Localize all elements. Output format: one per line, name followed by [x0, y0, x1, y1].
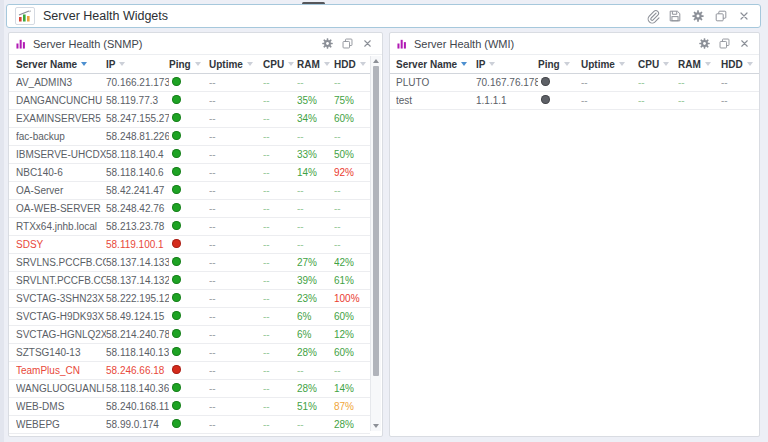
- gear-icon[interactable]: [690, 8, 706, 24]
- column-header-uptime[interactable]: Uptime: [581, 59, 638, 70]
- cpu-value: --: [263, 113, 297, 124]
- table-body: AV_ADMIN370.166.21.173--------DANGANCUNC…: [9, 74, 370, 434]
- table-row[interactable]: WEB-DMS58.240.168.118----51%87%: [9, 398, 370, 416]
- uptime-value: --: [209, 293, 263, 304]
- ram-value: --: [678, 95, 721, 106]
- table-row[interactable]: SRVLNT.PCCFB.COM58.137.14.132----39%61%: [9, 272, 370, 290]
- scroll-up-icon[interactable]: [373, 59, 379, 63]
- column-header-cpu[interactable]: CPU: [638, 59, 678, 70]
- restore-windows-icon[interactable]: [340, 37, 354, 51]
- column-header-ping[interactable]: Ping: [538, 59, 581, 70]
- status-up-icon: [172, 221, 181, 230]
- server-ip: 58.42.241.47: [106, 185, 169, 196]
- column-header-cpu[interactable]: CPU: [263, 59, 297, 70]
- server-ip: 58.248.42.76: [106, 203, 169, 214]
- uptime-value: --: [209, 383, 263, 394]
- column-header-ping[interactable]: Ping: [169, 59, 209, 70]
- save-icon[interactable]: [667, 8, 683, 24]
- server-name: WEBEPG: [16, 419, 106, 430]
- paperclip-icon[interactable]: [644, 8, 660, 24]
- cpu-value: --: [263, 131, 297, 142]
- column-label: Uptime: [209, 59, 243, 70]
- restore-windows-icon[interactable]: [717, 37, 731, 51]
- column-header-hdd[interactable]: HDD: [334, 59, 370, 70]
- uptime-value: --: [209, 329, 263, 340]
- column-header-hdd[interactable]: HDD: [721, 59, 759, 70]
- close-icon[interactable]: [360, 37, 374, 51]
- status-up-icon: [172, 95, 181, 104]
- table-row[interactable]: SVCTAG-H9DK93X58.49.124.15----6%60%: [9, 308, 370, 326]
- status-up-icon: [172, 185, 181, 194]
- uptime-value: --: [209, 239, 263, 250]
- status-down-icon: [172, 239, 181, 248]
- column-header-ip[interactable]: IP: [106, 59, 169, 70]
- table-row[interactable]: OA-WEB-SERVER58.248.42.76--------: [9, 200, 370, 218]
- server-name: OA-WEB-SERVER: [16, 203, 106, 214]
- vertical-scrollbar[interactable]: [370, 56, 381, 431]
- table-header: Server NameIPPingUptimeCPURAMHDD: [390, 55, 759, 74]
- column-header-server-name[interactable]: Server Name: [396, 59, 476, 70]
- column-header-server-name[interactable]: Server Name: [16, 59, 106, 70]
- column-label: IP: [106, 59, 115, 70]
- column-label: Server Name: [16, 59, 77, 70]
- table-row[interactable]: SRVLNS.PCCFB.COM58.137.14.133----27%42%: [9, 254, 370, 272]
- server-ip: 58.137.14.132: [106, 275, 169, 286]
- table-row[interactable]: AV_ADMIN370.166.21.173--------: [9, 74, 370, 92]
- ram-value: 28%: [297, 383, 334, 394]
- ping-cell: [169, 401, 209, 412]
- table-row[interactable]: test1.1.1.1--------: [390, 92, 759, 110]
- table-row[interactable]: WEBEPG58.99.0.174------28%: [9, 416, 370, 434]
- chart-widgets-icon: [15, 7, 35, 25]
- table-row[interactable]: NBC140-658.118.140.6----14%92%: [9, 164, 370, 182]
- status-up-icon: [172, 131, 181, 140]
- table-row[interactable]: SVCTAG-HGNLQ2X58.214.240.78----6%12%: [9, 326, 370, 344]
- column-header-ip[interactable]: IP: [476, 59, 538, 70]
- uptime-value: --: [209, 311, 263, 322]
- hdd-value: --: [721, 77, 759, 88]
- gear-icon[interactable]: [320, 37, 334, 51]
- sort-icon: [747, 62, 753, 66]
- table-row[interactable]: OA-Server58.42.241.47--------: [9, 182, 370, 200]
- hdd-value: 12%: [334, 329, 370, 340]
- table-row[interactable]: SVCTAG-3SHN23X58.222.195.123----23%100%: [9, 290, 370, 308]
- column-header-ram[interactable]: RAM: [297, 59, 334, 70]
- ping-cell: [169, 293, 209, 304]
- ping-cell: [169, 275, 209, 286]
- column-header-ram[interactable]: RAM: [678, 59, 721, 70]
- scrollbar-thumb[interactable]: [373, 66, 379, 376]
- table-row[interactable]: fac-backup58.248.81.226--------: [9, 128, 370, 146]
- column-header-uptime[interactable]: Uptime: [209, 59, 263, 70]
- gear-icon[interactable]: [697, 37, 711, 51]
- status-up-icon: [172, 167, 181, 176]
- ping-cell: [169, 347, 209, 358]
- uptime-value: --: [209, 167, 263, 178]
- close-icon[interactable]: [737, 37, 751, 51]
- table-row[interactable]: SDSY58.119.100.1--------: [9, 236, 370, 254]
- server-name: AV_ADMIN3: [16, 77, 106, 88]
- column-label: RAM: [297, 59, 320, 70]
- server-ip: 58.119.77.3: [106, 95, 169, 106]
- cpu-value: --: [263, 311, 297, 322]
- table-row[interactable]: RTXx64.jnhb.local58.213.23.78--------: [9, 218, 370, 236]
- server-ip: 58.118.140.4: [106, 149, 169, 160]
- close-icon[interactable]: [736, 8, 752, 24]
- table-row[interactable]: DANGANCUNCHU58.119.77.3----35%75%: [9, 92, 370, 110]
- sort-icon: [619, 62, 625, 66]
- restore-windows-icon[interactable]: [713, 8, 729, 24]
- table-row[interactable]: SZTSG140-1358.118.140.13----28%60%: [9, 344, 370, 362]
- server-ip: 58.240.168.118: [106, 401, 169, 412]
- table-row[interactable]: TeamPlus_CN58.246.66.18--------: [9, 362, 370, 380]
- server-name: SRVLNS.PCCFB.COM: [16, 257, 106, 268]
- hdd-value: 50%: [334, 149, 370, 160]
- hdd-value: 28%: [334, 419, 370, 430]
- scroll-down-icon[interactable]: [373, 424, 379, 428]
- column-label: CPU: [638, 59, 659, 70]
- server-name: PLUTO: [396, 77, 476, 88]
- cpu-value: --: [263, 203, 297, 214]
- table-row[interactable]: WANGLUOGUANLI58.118.140.36----28%14%: [9, 380, 370, 398]
- table-row[interactable]: IBMSERVE-UHCDXN58.118.140.4----33%50%: [9, 146, 370, 164]
- table-row[interactable]: EXAMINSERVER558.247.155.27----34%60%: [9, 110, 370, 128]
- ram-value: 39%: [297, 275, 334, 286]
- cpu-value: --: [263, 419, 297, 430]
- table-row[interactable]: PLUTO70.167.76.178--------: [390, 74, 759, 92]
